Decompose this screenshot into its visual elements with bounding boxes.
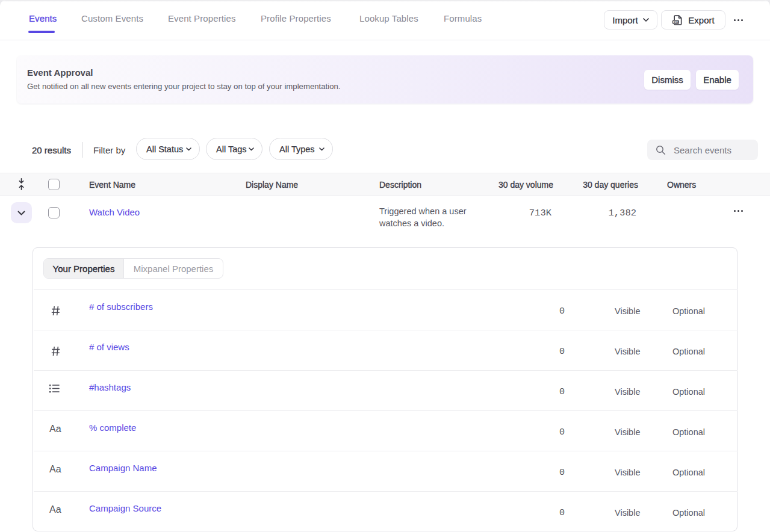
svg-text:csv: csv bbox=[674, 20, 679, 23]
